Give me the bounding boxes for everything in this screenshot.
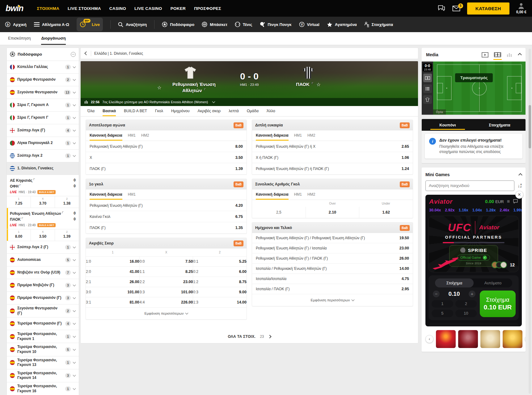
score-odds-cell[interactable]: 1:18.25 [140, 267, 193, 277]
page-tab-1[interactable]: Διοργάνωση [41, 32, 65, 45]
video-player-icon[interactable] [482, 52, 488, 57]
sidebar-league-item[interactable]: 1. Division, Γυναίκες [7, 162, 79, 175]
sidebar-league-item[interactable]: Σεγούντα Φεντερασιόν13 [7, 86, 79, 99]
score-odds-cell[interactable]: 0:15.25 [193, 257, 247, 266]
market-tab-5[interactable]: Ακριβές σκορ [198, 106, 221, 116]
bwin-logo[interactable]: bwin [6, 4, 23, 13]
market-tab-0[interactable]: Όλα [87, 106, 95, 116]
aviator-menu-icon[interactable]: ≡ [507, 199, 510, 204]
game-thumbnail[interactable] [458, 330, 478, 348]
sidebar-league-item[interactable]: Σεγούντα Φεντερασιόν (Γ)2 [7, 304, 79, 317]
odds-row[interactable]: Ρεθυμνιακή Ένωση Αθλητών (Γ) ή X2.65 [252, 141, 413, 152]
amount-chip[interactable]: 5 [432, 310, 453, 317]
bab-badge[interactable]: BaB [400, 181, 410, 187]
score-odds-cell[interactable]: 0:07.50 [140, 257, 193, 266]
sidebar-league-item[interactable]: Πριμέρα Φεντερασιόν2 [7, 74, 79, 86]
odds-row[interactable]: Ισοπαλία/Ισοπαλία4.75 [252, 274, 413, 284]
odds-row[interactable]: Ισοπαλία / Ρεθυμνιακή Ένωση Αθλητών (Γ)1… [252, 264, 413, 274]
collapse-sidebar-icon[interactable] [71, 52, 76, 57]
odds-row[interactable]: X ή ΠΑΟΚ (Γ)1.06 [252, 152, 413, 163]
bab-badge[interactable]: BaB [234, 240, 243, 246]
sidebar-match-item[interactable]: Ρεθυμνιακή Ένωση ΑθλητώνΓ0ΠΑΟΚΓ0LIVEHM1 … [7, 208, 79, 241]
odds-cell[interactable]: X3.70 [31, 196, 55, 208]
betslip-tab-0[interactable]: Κουπόνι [422, 119, 474, 131]
favorite-away-star-icon[interactable]: ☆ [316, 82, 321, 87]
all-bets-link[interactable]: ΟΛΑ ΤΑ ΣΤΟΙΧ. 23 [81, 330, 418, 343]
search-button[interactable]: Αναζήτηση [118, 22, 147, 27]
sidebar-league-item[interactable]: Πριμέρα Φεντερασιόν (Γ)3 [7, 292, 79, 304]
nav-item-live[interactable]: 99+Live [77, 18, 103, 31]
sidebar-league-item[interactable]: Τερσέρα Φεντερασιόν, Γκρουπ 105 [7, 343, 79, 356]
decrease-amount-button[interactable]: − [433, 291, 440, 297]
top-nav-1[interactable]: LIVE ΣΤΟΙΧΗΜΑ [68, 6, 101, 11]
market-tab-6[interactable]: λεπτά [229, 106, 239, 116]
score-odds-cell[interactable]: 3:0101.00 [86, 287, 140, 297]
events-list-button[interactable] [423, 84, 432, 93]
odds-cell[interactable]: X3.50 [31, 229, 55, 241]
scrollbar[interactable] [529, 49, 531, 394]
sidebar-league-item[interactable]: Σέριε Γ, Γκρουπ Γ1 [7, 112, 79, 124]
market-subtab[interactable]: Κανονική διάρκεια [256, 189, 289, 200]
sidebar-league-item[interactable]: Σούπερ Λιγκ 2 (Γ)1 [7, 241, 79, 254]
market-subtab[interactable]: Κανονική διάρκεια [256, 130, 289, 141]
bab-badge[interactable]: BaB [400, 122, 410, 128]
score-odds-cell[interactable]: 3:181.00 [86, 297, 140, 307]
live-commentary-ticker[interactable]: 22:56 7ος Ελεύθερο χτύπημα για AO Rethym… [81, 98, 418, 106]
nav-item-virtual[interactable]: VVirtual [299, 22, 319, 27]
sidebar-league-item[interactable]: Σέριε Γ, Γκρουπ Α1 [7, 99, 79, 112]
collapse-mini-games-icon[interactable] [518, 173, 522, 177]
nav-item-home[interactable]: bΑρχική [5, 22, 27, 27]
amount-chip[interactable]: 2 [455, 300, 477, 308]
odds-row[interactable]: Κανένα Γκολ6.75 [86, 211, 247, 222]
odds-row[interactable]: Ρεθυμνιακή Ένωση Αθλητών (Γ) / Ρεθυμνιακ… [252, 233, 413, 243]
bet-mode-option[interactable]: Αυτόματο [474, 278, 512, 287]
score-odds-cell[interactable]: 1:28.75 [193, 277, 247, 287]
market-tab-7[interactable]: Ομάδα [247, 106, 259, 116]
chat-icon[interactable] [437, 5, 445, 12]
top-nav-0[interactable]: ΣΤΟΙΧΗΜΑ [37, 6, 60, 11]
top-nav-3[interactable]: LIVE CASINO [134, 6, 162, 11]
market-subtab[interactable]: HM1 [128, 130, 136, 141]
score-odds-cell[interactable]: 1:016.00 [86, 257, 140, 266]
show-more-button[interactable]: Εμφάνιση περισσότερων [252, 294, 413, 306]
odds-row[interactable]: X3.50 [86, 152, 247, 163]
market-subtab[interactable]: HM2 [307, 189, 315, 200]
top-nav-4[interactable]: POKER [171, 6, 186, 11]
market-subtab[interactable]: HM2 [307, 130, 315, 141]
odds-row[interactable]: Ρεθυμνιακή Ένωση Αθλητών (Γ) ή ΠΑΟΚ (Γ)1… [252, 163, 413, 174]
market-tab-8[interactable]: Άλλο [267, 106, 275, 116]
score-odds-cell[interactable]: 2:223.00 [140, 277, 193, 287]
odds-row[interactable]: Ρεθυμνιακή Ένωση Αθλητών (Γ) / Ισοπαλία2… [252, 243, 413, 253]
bab-badge[interactable]: BaB [234, 181, 243, 187]
sidebar-match-item[interactable]: ΑΕ ΚηφισιάςΓ0ΟΦΗΓ0LIVEHM1 · 19:43BUILD A… [7, 175, 79, 208]
game-thumbnail[interactable] [436, 330, 456, 348]
sidebar-league-item[interactable]: Τερσέρα Φεντερασιόν, Γκρουπ 131 [7, 356, 79, 369]
nav-item-basketball[interactable]: Μπάσκετ [202, 22, 227, 27]
sidebar-league-item[interactable]: Πριμέρα Ντιβιζιόν (Γ)3 [7, 279, 79, 292]
market-tab-1[interactable]: Βασικά [103, 106, 116, 116]
stats-icon[interactable] [507, 52, 512, 57]
odds-row[interactable]: Ρεθυμνιακή Ένωση Αθλητών (Γ) / ΠΑΟΚ (Γ)2… [252, 253, 413, 264]
game-thumbnail[interactable] [480, 330, 500, 348]
odds-row[interactable]: Ρεθυμνιακή Ένωση Αθλητών (Γ)4.20 [86, 200, 247, 211]
collapse-media-icon[interactable] [518, 53, 522, 57]
favorite-home-star-icon[interactable]: ☆ [157, 85, 162, 91]
nav-item-sports-az[interactable]: Αθλήματα Α-Ω [34, 22, 69, 27]
pitch-view-icon[interactable] [494, 52, 501, 57]
sidebar-league-item[interactable]: Τερσέρα Φεντερασιόν, Γκρουπ 11 [7, 330, 79, 343]
nav-item-football[interactable]: Ποδόσφαιρο [162, 22, 194, 27]
bet-mode-option[interactable]: Στοίχημα [435, 278, 474, 287]
back-chevron-icon[interactable] [84, 51, 88, 55]
betslip-tab-1[interactable]: Στοιχήματα [474, 119, 526, 131]
sidebar-league-item[interactable]: Σούπερ Λιγκ (Γ)4 [7, 124, 79, 137]
sidebar-league-item[interactable]: Λίγκα Πορτουγκάλ 21 [7, 137, 79, 150]
odds-row[interactable]: ΠΑΟΚ (Γ)1.35 [86, 222, 247, 233]
odds-cell[interactable]: 18.00 [7, 229, 31, 241]
score-odds-cell[interactable]: 1:314.00 [193, 297, 247, 307]
bab-badge[interactable]: BaB [234, 122, 243, 128]
top-nav-5[interactable]: ΠΡΟΣΦΟΡΕΣ [194, 6, 221, 11]
close-icon[interactable]: ✕ [515, 191, 523, 199]
market-tab-3[interactable]: Γκολ [155, 106, 163, 116]
chevron-down-icon[interactable] [212, 100, 215, 103]
game-thumbnail[interactable] [503, 330, 522, 348]
